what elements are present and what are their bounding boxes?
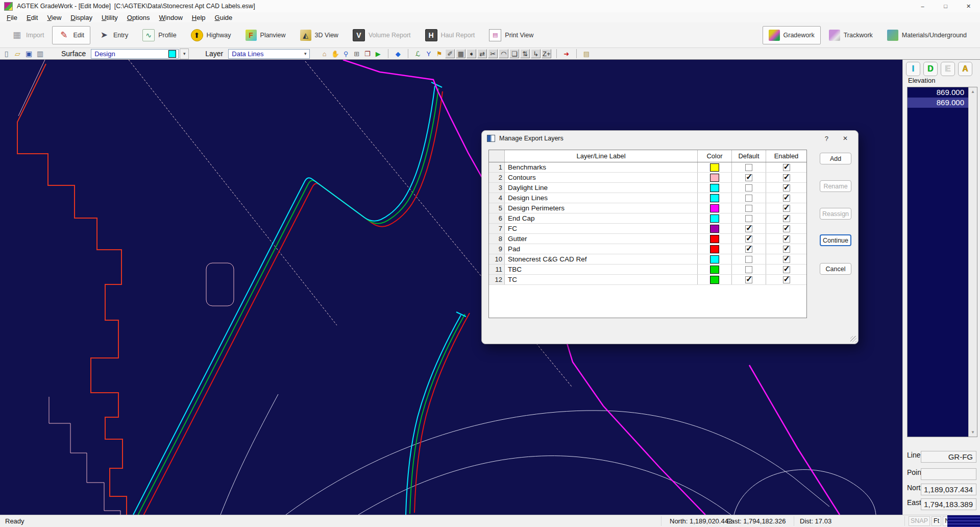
enabled-cell[interactable] xyxy=(766,173,806,182)
close-button[interactable]: ✕ xyxy=(957,0,980,12)
enabled-cell[interactable] xyxy=(766,162,806,172)
menu-item[interactable]: Help xyxy=(187,14,210,21)
enabled-cell[interactable] xyxy=(766,193,806,203)
balance-icon[interactable]: ⇅ xyxy=(520,49,530,58)
menu-item[interactable]: Guide xyxy=(210,14,237,21)
toolbar-button[interactable]: V Volume Report xyxy=(347,26,417,45)
toolbar-button[interactable]: ∿ Profile xyxy=(136,26,182,45)
dialog-button[interactable]: Cancel xyxy=(820,263,851,275)
fillet-icon[interactable]: ◠ xyxy=(499,49,508,58)
scroll-down-arrow[interactable]: ▼ xyxy=(969,428,977,437)
dialog-title-bar[interactable]: Manage Export Layers ? ✕ xyxy=(482,131,858,146)
lamp-flag-icon[interactable]: ⚑ xyxy=(434,49,444,58)
layer-dropdown-arrow[interactable]: ▾ xyxy=(301,49,309,59)
default-cell[interactable] xyxy=(732,173,766,182)
table-row[interactable]: 6 End Cap xyxy=(489,213,806,224)
default-checkbox[interactable] xyxy=(745,195,752,202)
print-icon[interactable]: ▥ xyxy=(35,49,45,58)
enabled-checkbox[interactable] xyxy=(783,184,790,191)
toolbar-button[interactable]: ✎ Edit xyxy=(52,26,90,44)
menu-item[interactable]: Display xyxy=(66,14,97,21)
layer-color-cell[interactable] xyxy=(698,203,732,213)
pan-hand-icon[interactable]: ✋ xyxy=(330,49,340,58)
save-icon[interactable]: ▣ xyxy=(24,49,34,58)
toolbar-button[interactable]: ⬆ Highway xyxy=(185,26,237,45)
report-icon[interactable]: ▤ xyxy=(576,49,591,58)
maximize-button[interactable]: □ xyxy=(934,0,957,12)
default-checkbox[interactable] xyxy=(745,174,752,181)
table-row[interactable]: 10 Stonecrest C&G CAD Ref xyxy=(489,254,806,265)
ex-de-icon[interactable]: ⊞ xyxy=(352,49,361,58)
table-row[interactable]: 9 Pad xyxy=(489,244,806,254)
layer-color-cell[interactable] xyxy=(698,193,732,203)
layer-color-cell[interactable] xyxy=(698,183,732,193)
table-row[interactable]: 12 TC xyxy=(489,275,806,285)
default-cell[interactable] xyxy=(732,234,766,244)
table-row[interactable]: 2 Contours xyxy=(489,173,806,183)
enabled-checkbox[interactable] xyxy=(783,174,790,181)
elevation-value[interactable]: 869.000 xyxy=(908,87,968,98)
default-checkbox[interactable] xyxy=(745,225,752,232)
default-checkbox[interactable] xyxy=(745,256,752,263)
mode-button[interactable]: I xyxy=(906,62,920,76)
layer-color-cell[interactable] xyxy=(698,213,732,223)
new-file-icon[interactable]: ▯ xyxy=(2,49,11,58)
play-icon[interactable]: ▶ xyxy=(373,49,383,58)
table-row[interactable]: 4 Design Lines xyxy=(489,193,806,203)
menu-item[interactable]: Edit xyxy=(22,14,42,21)
scroll-up-arrow[interactable]: ▲ xyxy=(969,87,977,96)
toolbar-button[interactable]: ▦ Import xyxy=(5,26,50,44)
dialog-resize-grip[interactable] xyxy=(850,336,856,342)
menu-item[interactable]: View xyxy=(42,14,66,21)
layer-select[interactable]: Data Lines ▾ xyxy=(228,49,310,59)
elevation-scrollbar[interactable]: ▲ ▼ xyxy=(968,87,977,437)
push-icon[interactable]: ➧ xyxy=(467,49,476,58)
enabled-cell[interactable] xyxy=(766,244,806,254)
default-checkbox[interactable] xyxy=(745,164,752,171)
enabled-checkbox[interactable] xyxy=(783,215,790,222)
z-plus-icon[interactable]: Z+ xyxy=(542,49,551,58)
default-checkbox[interactable] xyxy=(745,266,752,273)
status-toggle[interactable]: SNAP xyxy=(909,516,930,526)
default-cell[interactable] xyxy=(732,224,766,233)
enabled-checkbox[interactable] xyxy=(783,164,790,171)
table-row[interactable]: 11 TBC xyxy=(489,265,806,275)
minimize-button[interactable]: – xyxy=(911,0,934,12)
zoom-magnifier-icon[interactable]: ⚲ xyxy=(341,49,351,58)
enabled-cell[interactable] xyxy=(766,224,806,233)
enabled-checkbox[interactable] xyxy=(783,246,790,253)
module-button[interactable]: Gradework xyxy=(763,26,821,44)
home-icon[interactable]: ⌂ xyxy=(320,49,329,58)
default-cell[interactable] xyxy=(732,275,766,284)
table-row[interactable]: 7 FC xyxy=(489,224,806,234)
layer-color-cell[interactable] xyxy=(698,234,732,244)
layer-color-cell[interactable] xyxy=(698,265,732,274)
dialog-help-button[interactable]: ? xyxy=(825,135,828,142)
toolbar-button[interactable]: H Haul Report xyxy=(419,26,481,45)
default-checkbox[interactable] xyxy=(745,205,752,212)
enabled-checkbox[interactable] xyxy=(783,195,790,202)
mode-button[interactable]: A xyxy=(958,62,972,76)
toolbar-button[interactable]: ◭ 3D View xyxy=(294,26,345,44)
branch-down-icon[interactable]: ↳ xyxy=(531,49,541,58)
layers-icon[interactable]: ❏ xyxy=(509,49,519,58)
enabled-checkbox[interactable] xyxy=(783,225,790,232)
toolbar-button[interactable]: ▤ Print View xyxy=(483,26,540,45)
mode-button[interactable]: E xyxy=(941,62,955,76)
toolbar-button[interactable]: ➤ Entry xyxy=(92,26,134,44)
default-cell[interactable] xyxy=(732,244,766,254)
default-cell[interactable] xyxy=(732,265,766,274)
layer-color-cell[interactable] xyxy=(698,275,732,284)
menu-item[interactable]: Utility xyxy=(97,14,122,21)
toolbar-button[interactable]: F Planview xyxy=(239,26,292,44)
cut-icon[interactable]: ✂ xyxy=(488,49,498,58)
enabled-checkbox[interactable] xyxy=(783,205,790,212)
menu-item[interactable]: Window xyxy=(155,14,187,21)
enabled-cell[interactable] xyxy=(766,203,806,213)
default-checkbox[interactable] xyxy=(745,184,752,191)
copy-frame-icon[interactable]: ❐ xyxy=(362,49,372,58)
enabled-cell[interactable] xyxy=(766,213,806,223)
elevation-listbox[interactable]: 869.000 869.000 ▲ ▼ xyxy=(907,87,977,437)
layer-color-cell[interactable] xyxy=(698,162,732,172)
grid-table-icon[interactable]: ▦ xyxy=(456,49,465,58)
